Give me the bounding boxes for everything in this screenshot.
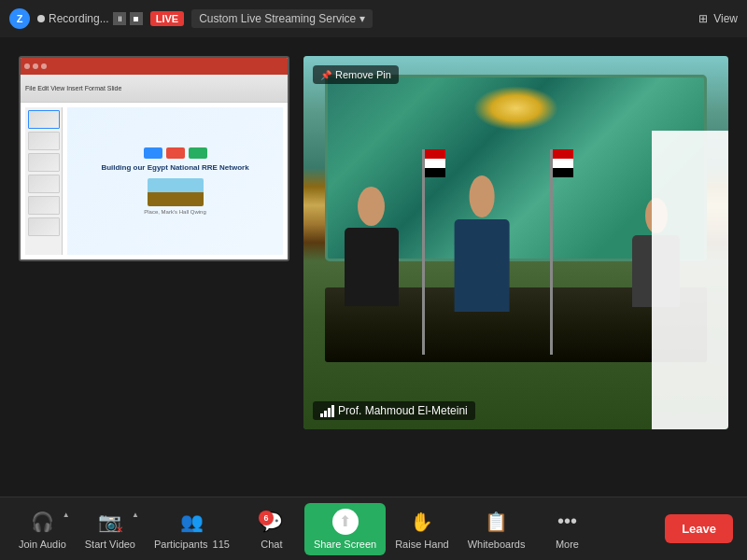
person-left-head [358,187,385,226]
share-screen-label: Share Screen [314,539,376,550]
share-screen-icon: ⬆ [332,509,359,535]
white-banner [652,131,728,429]
pause-button[interactable]: ⏸ [113,12,126,25]
remove-pin-label: Remove Pin [335,69,391,80]
flag-left [425,149,445,177]
logo-2 [166,147,185,159]
slide-building-image [148,178,204,206]
video-camera-icon: 📷 ✕ [97,509,123,535]
zoom-logo-text: Z [17,13,23,24]
slide-thumb-6[interactable] [28,217,60,236]
headphone-icon: 🎧 [29,509,55,535]
join-audio-button[interactable]: 🎧 Join Audio ▲ [9,503,76,555]
start-video-label: Start Video [85,539,135,550]
bar4 [331,405,334,417]
person-left-body [345,228,399,306]
person-center [448,175,516,325]
chat-button[interactable]: 💬 6 Chat [239,503,304,555]
ppt-dot [24,63,30,69]
chat-label: Chat [261,539,282,550]
toolbar-items: 🎧 Join Audio ▲ 📷 ✕ Start Video ▲ 👥 Parti… [9,503,665,555]
slide-thumb-4[interactable] [28,175,60,193]
streaming-service-selector[interactable]: Custom Live Streaming Service ▾ [191,9,373,28]
raise-hand-button[interactable]: ✋ Raise Hand [386,503,458,555]
participants-icon: 👥 [178,509,204,535]
bar3 [328,408,331,417]
slide-title: Building our Egypt National RRE Network [101,163,248,173]
top-bar: Z Recording... ⏸ ⏹ LIVE Custom Live Stre… [0,0,747,37]
chat-icon: 💬 6 [259,509,285,535]
whiteboards-icon: 📋 [484,509,510,535]
ppt-main-slide: Building our Egypt National RRE Network … [67,107,283,255]
top-bar-left: Z Recording... ⏸ ⏹ LIVE Custom Live Stre… [9,8,698,29]
ppt-content: Building our Egypt National RRE Network … [21,103,288,259]
raise-hand-icon: ✋ [409,509,435,535]
streaming-service-label: Custom Live Streaming Service [199,12,356,25]
grid-icon: ⊞ [698,12,708,25]
flag-right [553,149,573,177]
slide-thumb-1[interactable] [28,110,60,129]
view-button[interactable]: ⊞ View [698,12,738,25]
video-content [303,56,728,429]
main-speaker-video: 📌 Remove Pin Prof. Mahmoud El-Meteini [303,56,728,429]
slide-subtitle: Place, Mark's Hall Qwing [144,209,206,215]
slide-thumb-5[interactable] [28,196,60,215]
presentation-thumbnail[interactable]: File Edit View Insert Format Slide [19,56,289,261]
ppt-ribbon-text: File Edit View Insert Format Slide [25,85,121,91]
start-video-arrow[interactable]: ▲ [132,511,139,519]
conference-room [303,56,728,429]
signal-icon [320,405,334,417]
recording-badge: Recording... ⏸ ⏹ [37,12,143,25]
slide-logos [144,147,207,159]
bottom-toolbar: 🎧 Join Audio ▲ 📷 ✕ Start Video ▲ 👥 Parti… [0,497,747,560]
ppt-ribbon: File Edit View Insert Format Slide [21,75,288,103]
person-left [337,187,405,317]
zoom-logo: Z [9,8,30,29]
whiteboards-button[interactable]: 📋 Whiteboards [458,503,535,555]
more-icon: ••• [554,509,580,535]
ppt-titlebar [21,58,288,75]
participants-button[interactable]: 👥 Participants 115 [145,503,239,555]
pin-icon: 📌 [320,70,331,80]
more-label: More [556,539,579,550]
slide-thumb-2[interactable] [28,132,60,150]
bar1 [320,413,323,417]
person-center-body [455,219,509,312]
video-slash-icon: ✕ [116,525,123,535]
ppt-dot2 [33,63,38,69]
chandelier [473,86,558,131]
recording-label: Recording... [49,12,109,25]
share-icon-bg: ⬆ [332,509,359,535]
speaker-name-label: Prof. Mahmoud El-Meteini [313,401,475,420]
ppt-slides-panel [25,107,63,255]
main-content: File Edit View Insert Format Slide [0,37,747,497]
remove-pin-button[interactable]: 📌 Remove Pin [313,65,399,84]
raise-hand-label: Raise Hand [395,539,448,550]
streaming-chevron-icon: ▾ [359,12,365,25]
start-video-button[interactable]: 📷 ✕ Start Video ▲ [76,503,145,555]
ppt-dot3 [41,63,47,69]
view-label: View [713,12,738,25]
participants-label: Participants 115 [154,539,230,550]
whiteboards-label: Whiteboards [468,539,526,550]
person-center-head [469,175,495,217]
leave-button[interactable]: Leave [665,514,733,543]
join-audio-arrow[interactable]: ▲ [63,511,70,519]
recording-dot [37,15,45,22]
more-button[interactable]: ••• More [534,503,599,555]
bar2 [324,411,327,417]
video-container: File Edit View Insert Format Slide [0,37,747,497]
speaker-name-text: Prof. Mahmoud El-Meteini [338,404,468,417]
flag-pole-right [550,149,553,355]
chat-badge: 6 [259,511,274,525]
logo-1 [144,147,162,159]
logo-3 [189,147,207,159]
live-badge: LIVE [150,11,184,26]
share-screen-button[interactable]: ⬆ Share Screen [304,503,386,555]
slide-thumb-3[interactable] [28,153,60,172]
flag-pole-left [422,149,425,355]
stop-button[interactable]: ⏹ [130,12,143,25]
join-audio-label: Join Audio [19,539,66,550]
